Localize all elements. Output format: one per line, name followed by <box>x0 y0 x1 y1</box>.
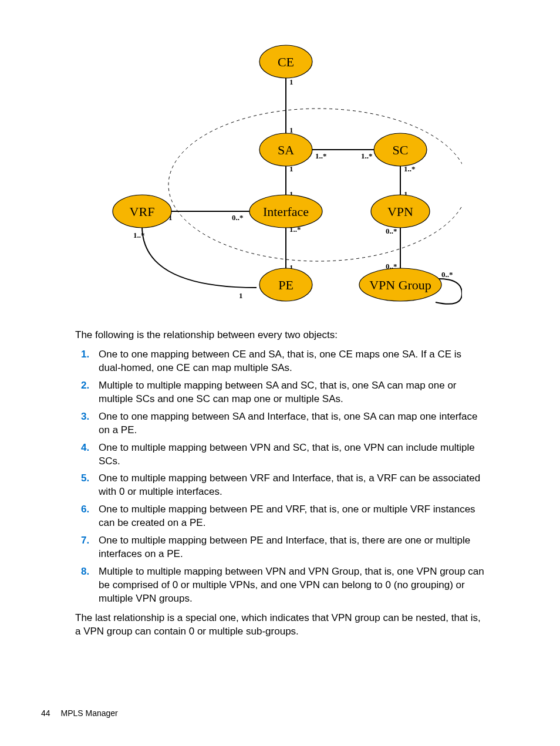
node-ce-label: CE <box>278 55 294 69</box>
node-sa-label: SA <box>278 143 294 157</box>
mult-ce: 1 <box>289 77 294 86</box>
list-item: One to multiple mapping between VRF and … <box>99 472 485 499</box>
mult-vpn-grp-top: 0..* <box>386 227 397 235</box>
mult-vrf-pe-bot: 1 <box>239 291 243 300</box>
edge-vrf-pe <box>142 226 257 288</box>
footer-title: MPLS Manager <box>60 708 117 718</box>
mult-grp-self-bot: 1 <box>415 303 419 305</box>
node-interface-label: Interface <box>263 204 309 219</box>
list-item: Multiple to multiple mapping between VPN… <box>99 565 485 606</box>
list-item: One to multiple mapping between PE and V… <box>99 503 485 530</box>
mult-grp-self-top: 0..* <box>441 270 453 279</box>
list-item: Multiple to multiple mapping between SA … <box>99 379 485 406</box>
dashed-grouping-ellipse <box>168 109 462 261</box>
relationship-diagram: 1 1 1..* 1..* 1 1 1..* 1 1 0..* 1..* 1 <box>98 35 462 305</box>
mult-sa-sc-right: 1..* <box>361 151 373 160</box>
page-number: 44 <box>41 708 50 718</box>
list-item: One to multiple mapping between VPN and … <box>99 441 485 468</box>
node-vrf-label: VRF <box>130 204 155 219</box>
node-pe-label: PE <box>278 278 294 292</box>
intro-paragraph: The following is the relationship betwee… <box>41 329 519 342</box>
node-vpn-label: VPN <box>387 204 413 219</box>
list-item: One to one mapping between SA and Interf… <box>99 410 485 437</box>
list-item: One to multiple mapping between PE and I… <box>99 534 485 561</box>
list-item: One to one mapping between CE and SA, th… <box>99 348 485 375</box>
document-page: 1 1 1..* 1..* 1 1 1..* 1 1 0..* 1..* 1 <box>0 0 560 746</box>
mult-vrf-pe-top: 1..* <box>133 231 145 239</box>
mult-sa-sc-left: 1..* <box>315 151 327 160</box>
relationship-list: One to one mapping between CE and SA, th… <box>41 348 519 606</box>
diagram-container: 1 1 1..* 1..* 1 1 1..* 1 1 0..* 1..* 1 <box>41 35 519 305</box>
mult-vrf-int-right: 0..* <box>232 213 244 222</box>
node-sc-label: SC <box>393 143 409 157</box>
node-vpngroup-label: VPN Group <box>369 278 431 292</box>
page-footer: 44 MPLS Manager <box>0 708 118 718</box>
closing-paragraph: The last relationship is a special one, … <box>41 612 519 639</box>
